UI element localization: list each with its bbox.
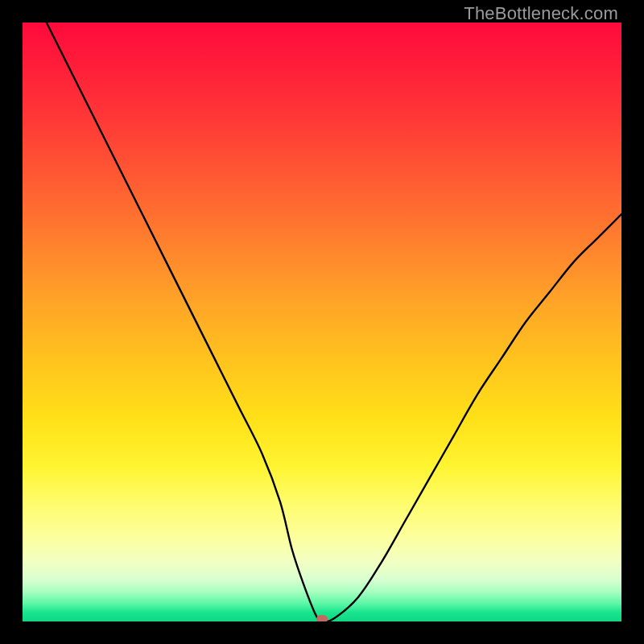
watermark-text: TheBottleneck.com (464, 3, 618, 24)
plot-area (23, 23, 621, 621)
optimum-marker (316, 615, 328, 621)
bottleneck-curve (23, 23, 621, 621)
chart-frame: TheBottleneck.com (0, 0, 644, 644)
